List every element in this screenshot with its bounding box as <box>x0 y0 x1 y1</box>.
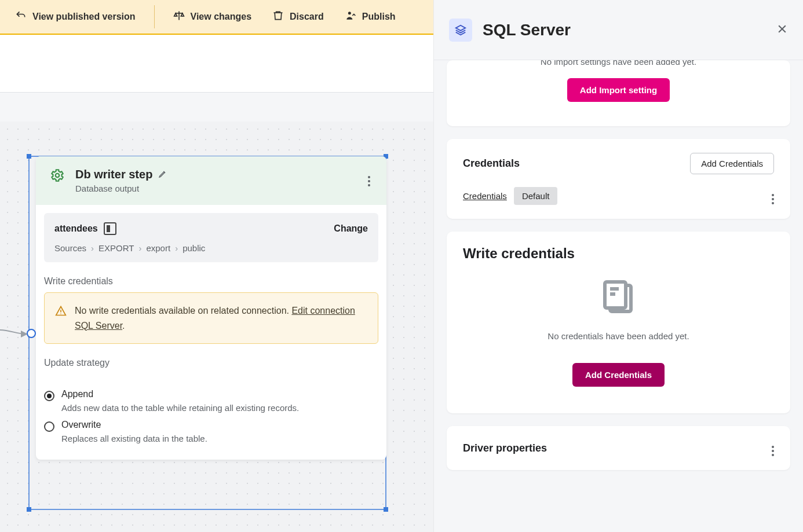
credentials-row: Credentials Default <box>463 187 774 205</box>
import-settings-card: No import settings have been added yet. … <box>447 60 790 126</box>
credentials-row-menu[interactable] <box>772 188 774 204</box>
svg-point-15 <box>60 313 61 314</box>
chevron-right-icon: › <box>91 243 94 253</box>
connection-drawer: SQL Server No import settings have been … <box>433 0 803 532</box>
panel-collapse-icon[interactable] <box>104 222 116 235</box>
more-vertical-icon <box>368 176 370 186</box>
add-credentials-button[interactable]: Add Credentials <box>690 153 774 174</box>
drawer-body: No import settings have been added yet. … <box>434 60 803 486</box>
document-icon <box>598 277 640 321</box>
trash-icon <box>272 10 284 24</box>
publish-button[interactable]: Publish <box>340 6 400 27</box>
overwrite-title: Overwrite <box>61 420 207 430</box>
svg-point-13 <box>56 174 60 178</box>
append-desc: Adds new data to the table while retaini… <box>61 403 299 413</box>
default-badge: Default <box>514 187 558 205</box>
drawer-header: SQL Server <box>434 0 803 60</box>
warning-banner: No write credentials available on relate… <box>44 292 378 344</box>
target-selector: attendees Change Sources › EXPORT › expo… <box>44 213 378 262</box>
node-subtitle: Database output <box>75 184 355 193</box>
credentials-heading: Credentials <box>463 157 520 170</box>
node-title-block: Db writer step Database output <box>75 168 355 193</box>
target-table-name: attendees <box>54 223 98 234</box>
svg-marker-16 <box>456 25 466 30</box>
radio-overwrite[interactable] <box>44 421 54 432</box>
view-published-label: View published version <box>32 12 136 22</box>
crumb[interactable]: export <box>146 243 170 253</box>
import-empty-text: No import settings have been added yet. <box>463 60 774 67</box>
radio-append[interactable] <box>44 391 54 401</box>
driver-properties-menu[interactable] <box>772 440 774 456</box>
credentials-link[interactable]: Credentials <box>463 191 507 201</box>
credentials-card: Credentials Add Credentials Credentials … <box>447 139 790 219</box>
svg-rect-9 <box>27 154 31 159</box>
overwrite-desc: Replaces all existing data in the table. <box>61 434 207 443</box>
crumb[interactable]: EXPORT <box>98 243 134 253</box>
view-published-button[interactable]: View published version <box>10 6 140 27</box>
svg-point-0 <box>348 12 351 14</box>
update-strategy-options: Append Adds new data to the table while … <box>36 374 386 460</box>
more-vertical-icon <box>772 446 774 456</box>
node-menu-button[interactable] <box>366 168 373 189</box>
warning-icon <box>55 303 67 333</box>
more-vertical-icon <box>772 194 774 204</box>
svg-rect-11 <box>27 507 31 512</box>
append-title: Append <box>61 389 299 399</box>
option-append[interactable]: Append Adds new data to the table while … <box>44 389 378 413</box>
crumb[interactable]: Sources <box>54 243 86 253</box>
discard-button[interactable]: Discard <box>268 6 329 27</box>
add-import-setting-button[interactable]: Add Import setting <box>567 78 670 102</box>
change-target-button[interactable]: Change <box>334 223 368 234</box>
add-write-credentials-button[interactable]: Add Credentials <box>572 363 665 387</box>
warning-text-end: . <box>122 321 125 331</box>
node-header: Db writer step Database output <box>36 156 386 205</box>
view-changes-button[interactable]: View changes <box>169 6 257 27</box>
publish-icon <box>345 10 356 24</box>
update-strategy-label: Update strategy <box>36 344 386 374</box>
scales-icon <box>173 10 185 24</box>
chevron-right-icon: › <box>175 243 178 253</box>
write-credentials-card: Write credentials No credentials have be… <box>447 232 790 413</box>
write-credentials-heading: Write credentials <box>463 245 774 262</box>
topbar-divider <box>154 5 155 28</box>
gear-icon <box>50 168 65 185</box>
pencil-icon[interactable] <box>158 168 167 181</box>
input-port[interactable] <box>27 329 36 338</box>
target-breadcrumb: Sources › EXPORT › export › public <box>54 243 368 253</box>
chevron-right-icon: › <box>138 243 141 253</box>
db-writer-node[interactable]: Db writer step Database output attendees… <box>36 156 386 460</box>
option-overwrite[interactable]: Overwrite Replaces all existing data in … <box>44 420 378 443</box>
node-title: Db writer step <box>75 168 152 181</box>
svg-rect-12 <box>384 507 388 512</box>
discard-label: Discard <box>290 12 324 22</box>
driver-properties-card: Driver properties <box>447 426 790 470</box>
driver-properties-heading: Driver properties <box>463 442 547 454</box>
undo-icon <box>15 10 27 24</box>
publish-label: Publish <box>362 12 396 22</box>
drawer-title: SQL Server <box>483 21 571 39</box>
write-credentials-label: Write credentials <box>36 262 386 292</box>
write-empty-text: No credentials have been added yet. <box>548 331 689 341</box>
canvas-area[interactable]: Db writer step Database output attendees… <box>0 122 433 532</box>
write-credentials-empty: No credentials have been added yet. Add … <box>463 277 774 397</box>
connection-type-icon <box>449 19 472 42</box>
crumb[interactable]: public <box>183 243 205 253</box>
warning-text: No write credentials available on relate… <box>75 306 291 315</box>
view-changes-label: View changes <box>191 12 252 22</box>
drawer-close-button[interactable] <box>776 23 788 37</box>
